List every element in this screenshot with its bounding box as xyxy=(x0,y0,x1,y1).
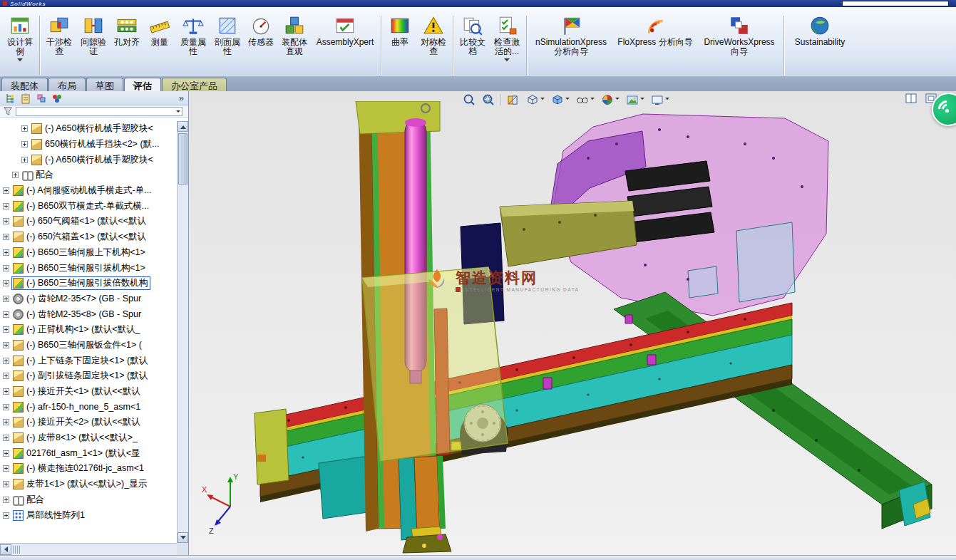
filter-caret-icon[interactable] xyxy=(176,110,180,115)
expand-icon[interactable] xyxy=(3,280,9,286)
tree-item[interactable]: (-) afr-150-h_none_5_asm<1 xyxy=(0,399,177,415)
expand-icon[interactable] xyxy=(12,172,19,178)
filter-funnel-icon[interactable] xyxy=(3,106,13,116)
tree-item[interactable]: (-) 650汽箱盖<1> (默认<<默认 xyxy=(0,229,177,245)
expand-icon[interactable] xyxy=(3,512,9,519)
expand-icon[interactable] xyxy=(3,187,9,194)
displaymanager-icon[interactable] xyxy=(51,93,63,104)
dropdown-caret-icon[interactable] xyxy=(540,98,545,102)
dropdown-caret-icon[interactable] xyxy=(615,98,620,102)
tab-sketch[interactable]: 草图 xyxy=(86,78,123,91)
zoom-fit-button[interactable] xyxy=(460,92,478,108)
panel-overflow-button[interactable]: » xyxy=(179,93,184,103)
scroll-down-button[interactable] xyxy=(178,532,188,543)
tree-item[interactable]: (-) 横走拖连02176tl-jc_asm<1 xyxy=(0,461,177,477)
toolbar-item-compare-documents[interactable]: 比较文档 xyxy=(456,14,490,56)
expand-icon[interactable] xyxy=(3,450,9,457)
toolbar-item-curvature[interactable]: 曲率 xyxy=(384,14,416,47)
tree-item[interactable]: 皮带1<1> (默认<<默认>)_显示 xyxy=(0,477,177,492)
section-view-button[interactable] xyxy=(504,92,523,108)
expand-icon[interactable] xyxy=(3,265,9,271)
expand-icon[interactable] xyxy=(3,203,9,209)
splitter-grip[interactable] xyxy=(13,546,20,554)
tree-horizontal-scrollbar[interactable] xyxy=(0,543,177,555)
dropdown-caret-icon[interactable] xyxy=(565,98,570,102)
expand-icon[interactable] xyxy=(3,388,9,395)
toolbar-item-measure[interactable]: 测量 xyxy=(143,14,176,47)
featuremanager-tree-icon[interactable] xyxy=(4,93,16,104)
toolbar-item-hole-alignment[interactable]: 孔对齐 xyxy=(110,14,143,47)
expand-icon[interactable] xyxy=(3,296,9,302)
display-style-button[interactable] xyxy=(548,92,572,108)
tree-item[interactable]: 650横行机械手挡块<2> (默... xyxy=(0,137,177,152)
tree-item[interactable]: (-) 接近开关<2> (默认<<默认 xyxy=(0,415,177,430)
tree-item[interactable]: (-) 上下链条下固定块<1> (默认 xyxy=(0,353,177,368)
expand-icon[interactable] xyxy=(3,465,9,472)
assembly-3d-model[interactable] xyxy=(189,101,956,555)
flyout-caret-icon[interactable] xyxy=(504,58,510,64)
tree-item[interactable]: 局部线性阵列1 xyxy=(0,507,177,523)
tree-item[interactable]: (-) 副引拔链条固定块<1> (默认 xyxy=(0,368,177,384)
toolbar-item-symmetry-check[interactable]: 对称检查 xyxy=(416,14,451,56)
toolbar-item-sustainability[interactable]: Sustainability xyxy=(786,14,853,47)
tab-office-products[interactable]: 办公室产品 xyxy=(162,78,227,91)
scroll-up-button[interactable] xyxy=(178,121,188,132)
expand-icon[interactable] xyxy=(3,249,9,256)
expand-icon[interactable] xyxy=(21,141,28,147)
configurationmanager-icon[interactable] xyxy=(36,93,47,104)
expand-icon[interactable] xyxy=(3,435,9,441)
edit-appearance-button[interactable] xyxy=(598,92,622,108)
hide-show-items-button[interactable] xyxy=(573,92,597,108)
expand-icon[interactable] xyxy=(21,125,28,132)
dropdown-caret-icon[interactable] xyxy=(590,98,595,102)
tab-assembly[interactable]: 装配体 xyxy=(1,78,48,91)
scroll-thumb[interactable] xyxy=(178,133,187,185)
tree-item[interactable]: (-) 650气阀箱<1> (默认<<默认 xyxy=(0,214,177,229)
tree-item[interactable]: (-) B650三轴伺服引拔机构<1> xyxy=(0,260,177,276)
expand-icon[interactable] xyxy=(21,157,28,163)
toolbar-item-mass-properties[interactable]: 质量属性 xyxy=(176,14,210,56)
toolbar-item-clearance-verify[interactable]: 间隙验证 xyxy=(76,14,110,56)
tree-item[interactable]: (-) 接近开关<1> (默认<<默认 xyxy=(0,384,177,400)
tree-item[interactable]: (-) B650三轴伺服上下机构<1> xyxy=(0,245,177,261)
tree-item[interactable]: (-) 正臂机构<1> (默认<默认_ xyxy=(0,322,177,338)
expand-icon[interactable] xyxy=(3,342,9,348)
apply-scene-button[interactable] xyxy=(623,92,647,108)
toolbar-item-assembly-visualization[interactable]: 装配体直观 xyxy=(277,14,312,56)
flyout-caret-icon[interactable] xyxy=(17,58,23,64)
expand-icon[interactable] xyxy=(3,419,9,425)
tab-evaluate[interactable]: 评估 xyxy=(124,78,161,91)
tree-vertical-scrollbar[interactable] xyxy=(177,121,188,543)
toolbar-item-driveworksxpress-wizard[interactable]: DriveWorksXpress 向导 xyxy=(697,14,781,56)
tree-item[interactable]: 配合 xyxy=(0,167,177,183)
search-input[interactable] xyxy=(842,1,949,6)
expand-icon[interactable] xyxy=(3,481,9,487)
toolbar-item-interference-check[interactable]: 干涉检查 xyxy=(42,14,76,56)
dropdown-caret-icon[interactable] xyxy=(640,98,644,102)
expand-icon[interactable] xyxy=(3,234,9,240)
expand-icon[interactable] xyxy=(3,218,9,224)
expand-icon[interactable] xyxy=(3,404,9,410)
propertymanager-icon[interactable] xyxy=(20,93,31,104)
expand-icon[interactable] xyxy=(3,326,9,333)
tree-item[interactable]: (-) 齿轮M2-35<8> (GB - Spur xyxy=(0,306,177,322)
tree-item[interactable]: 02176tl_asm_1<1> (默认<显 xyxy=(0,445,177,461)
viewport-split-button[interactable] xyxy=(905,93,918,104)
zoom-area-button[interactable] xyxy=(479,92,498,108)
toolbar-item-floxpress-wizard[interactable]: FloXpress 分析向导 xyxy=(613,14,697,47)
toolbar-item-design-study[interactable]: 设计算例 xyxy=(3,14,37,64)
scroll-left-button[interactable] xyxy=(0,544,11,555)
tree-item[interactable]: (-) B650双节横走式-单截式横... xyxy=(0,198,177,214)
toolbar-item-simulationxpress-wizard[interactable]: nSimulationXpress 分析向导 xyxy=(529,14,613,56)
tree-item[interactable]: (-) 皮带8<1> (默认<<默认>_ xyxy=(0,430,177,446)
toolbar-item-check-active-document[interactable]: 检查激活的... xyxy=(490,14,524,64)
graphics-area[interactable]: 智造资料网 INTELLIGENT MANUFACTURING DATA Y X… xyxy=(189,91,956,555)
tree-item[interactable]: (-) A650横行机械手塑胶块< xyxy=(0,121,177,137)
dropdown-caret-icon[interactable] xyxy=(665,98,669,102)
tree-filter-input[interactable] xyxy=(16,107,183,116)
tab-layout[interactable]: 布局 xyxy=(48,78,86,91)
tree-item[interactable]: 配合 xyxy=(0,492,177,508)
tree-item[interactable]: (-) 齿轮M2-35<7> (GB - Spur xyxy=(0,291,177,307)
toolbar-item-sensors[interactable]: 传感器 xyxy=(245,14,277,47)
toolbar-item-section-properties[interactable]: 剖面属性 xyxy=(210,14,245,56)
